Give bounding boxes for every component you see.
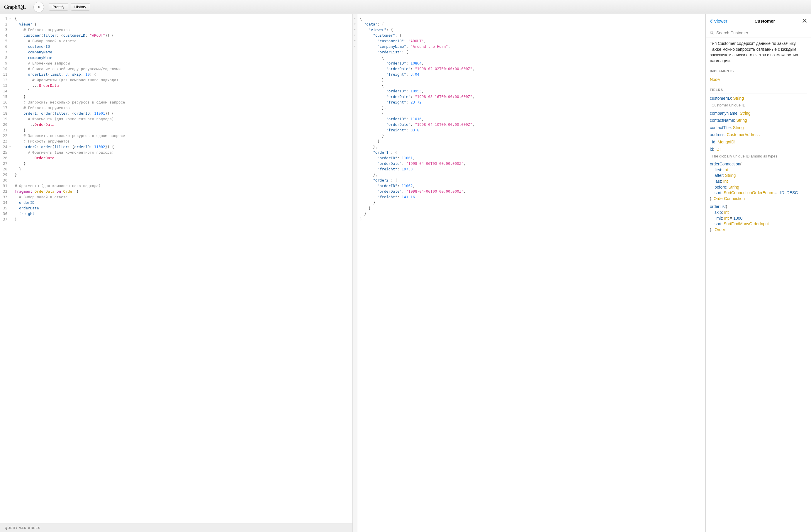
field-row[interactable]: _id: MongoID! xyxy=(710,139,807,145)
result-pane: ▾▾▾▾▾▾ { "data": { "viewer": { "customer… xyxy=(353,14,705,532)
docs-body[interactable]: Тип Customer содержит данные по заказчик… xyxy=(706,38,811,532)
main-area: 1234567891011121314151617181920212223242… xyxy=(0,14,811,532)
field-row[interactable]: companyName: String xyxy=(710,110,807,117)
query-code[interactable]: { viewer { # Гибкость агрументов custome… xyxy=(12,14,352,523)
implements-type-link[interactable]: Node xyxy=(710,77,720,82)
type-description: Тип Customer содержит данные по заказчик… xyxy=(710,41,807,64)
docs-header: Viewer Customer xyxy=(706,14,811,28)
field-row[interactable]: address: CustomerAddress xyxy=(710,132,807,138)
search-icon xyxy=(710,31,714,35)
field-row[interactable]: contactName: String xyxy=(710,118,807,123)
app-logo: GraphiQL xyxy=(4,4,26,10)
docs-back-label: Viewer xyxy=(714,18,728,24)
field-row[interactable]: orderList( skip: Int limit: Int = 1000 s… xyxy=(710,204,807,232)
field-row[interactable]: orderConnection( first: Int after: Strin… xyxy=(710,161,807,201)
fields-label: FIELDS xyxy=(710,88,807,94)
docs-back-button[interactable]: Viewer xyxy=(710,18,728,24)
docs-title: Customer xyxy=(728,18,802,24)
docs-pane: Viewer Customer Тип Customer содержит да… xyxy=(705,14,811,532)
field-row[interactable]: customerID: String xyxy=(710,96,807,102)
field-row[interactable]: contactTitle: String xyxy=(710,125,807,131)
query-pane: 1234567891011121314151617181920212223242… xyxy=(0,14,353,532)
field-description: The globally unique ID among all types xyxy=(711,154,807,159)
implements-label: IMPLEMENTS xyxy=(710,69,807,75)
query-variables-bar[interactable]: QUERY VARIABLES xyxy=(0,523,352,532)
execute-button[interactable] xyxy=(33,2,44,12)
field-description: Customer unique ID xyxy=(711,103,807,108)
close-icon xyxy=(802,18,807,23)
result-fold-gutter: ▾▾▾▾▾▾ xyxy=(353,14,357,532)
topbar: GraphiQL Prettify History xyxy=(0,0,811,14)
line-gutter: 1234567891011121314151617181920212223242… xyxy=(0,14,12,523)
docs-search-input[interactable] xyxy=(716,30,807,35)
play-icon xyxy=(37,5,41,9)
chevron-left-icon xyxy=(710,19,713,23)
svg-point-0 xyxy=(710,31,713,34)
history-button[interactable]: History xyxy=(71,3,90,11)
docs-close-button[interactable] xyxy=(802,18,807,24)
field-row[interactable]: id: ID! xyxy=(710,147,807,152)
result-code[interactable]: { "data": { "viewer": { "customer": { "c… xyxy=(357,14,705,532)
prettify-button[interactable]: Prettify xyxy=(49,3,68,11)
query-editor[interactable]: 1234567891011121314151617181920212223242… xyxy=(0,14,352,523)
docs-search[interactable] xyxy=(706,28,811,38)
